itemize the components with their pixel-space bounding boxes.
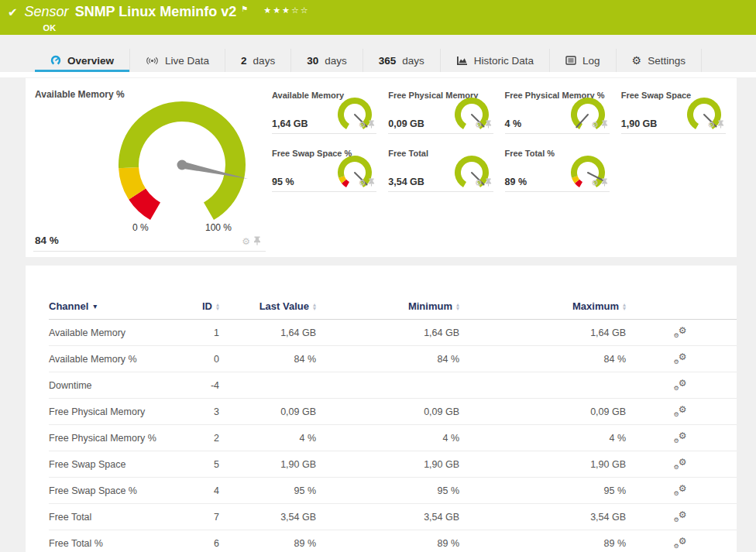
channel-name: Free Swap Space — [49, 459, 200, 470]
last-value: 3,54 GB — [219, 512, 316, 523]
gauge-value: 0,09 GB — [388, 118, 424, 129]
channel-settings-icon[interactable]: ⚙⚙ — [674, 379, 687, 391]
channel-settings-icon[interactable]: ⚙⚙ — [674, 485, 687, 496]
gear-icon[interactable]: ⚙ — [475, 179, 483, 187]
table-row[interactable]: Available Memory % 0 84 % 84 % 84 % ⚙⚙ — [49, 346, 737, 372]
channel-id: 5 — [200, 459, 219, 470]
tab-label: Historic Data — [474, 55, 534, 67]
gauge-value: 4 % — [505, 118, 522, 129]
maximum-value: 1,64 GB — [459, 327, 626, 338]
channel-name: Downtime — [49, 380, 200, 391]
pin-icon[interactable] — [601, 176, 608, 190]
gauge-value: 89 % — [505, 177, 527, 187]
pin-icon[interactable] — [601, 118, 608, 132]
last-value: 89 % — [219, 538, 316, 549]
channel-settings-icon[interactable]: ⚙⚙ — [674, 432, 687, 444]
channel-id: 7 — [200, 512, 219, 523]
channel-settings-icon[interactable]: ⚙⚙ — [674, 327, 687, 338]
gear-icon[interactable]: ⚙ — [591, 121, 599, 129]
sort-desc-icon: ▾ — [93, 302, 97, 310]
gear-icon[interactable]: ⚙ — [242, 237, 250, 246]
channel-id: 6 — [200, 538, 219, 549]
tab-overview[interactable]: Overview — [35, 49, 130, 72]
last-value: 84 % — [219, 354, 316, 365]
gauges-panel: Available Memory % 0 % 100 % 84 % ⚙ Avai… — [26, 78, 737, 257]
table-row[interactable]: Available Memory 1 1,64 GB 1,64 GB 1,64 … — [49, 320, 737, 346]
channel-settings-icon[interactable]: ⚙⚙ — [674, 458, 687, 470]
tab-number: 30 — [307, 55, 318, 67]
column-header-minimum[interactable]: Minimum▴▾ — [316, 300, 459, 312]
maximum-value: 1,90 GB — [459, 459, 626, 470]
channel-name: Free Total % — [49, 538, 200, 549]
minimum-value: 4 % — [316, 433, 459, 444]
maximum-value: 4 % — [459, 433, 626, 444]
gear-icon[interactable]: ⚙ — [358, 179, 366, 187]
channel-id: 1 — [200, 327, 219, 338]
gear-icon[interactable]: ⚙ — [707, 121, 715, 129]
channel-name: Free Total — [49, 512, 200, 523]
tab-number: 2 — [241, 55, 247, 67]
gauge-scale-max: 100 % — [205, 222, 232, 233]
tab-historic-data[interactable]: Historic Data — [441, 49, 550, 72]
channel-settings-icon[interactable]: ⚙⚙ — [674, 537, 687, 549]
last-value: 4 % — [219, 433, 316, 444]
tab-label: Log — [582, 55, 600, 67]
small-gauge-cell: Free Physical Memory 0,09 GB ⚙ — [388, 89, 493, 134]
tab-365-days[interactable]: 365 days — [363, 49, 441, 72]
log-list-icon — [565, 56, 576, 65]
pin-icon[interactable] — [253, 235, 261, 249]
gauge-scale-min: 0 % — [132, 222, 149, 233]
pin-icon[interactable] — [368, 176, 375, 190]
gear-icon: ⚙ — [632, 55, 642, 66]
table-row[interactable]: Downtime -4 ⚙⚙ — [49, 372, 737, 399]
small-gauge-cell: Free Swap Space 1,90 GB ⚙ — [621, 89, 726, 134]
channel-name: Free Physical Memory % — [49, 433, 200, 444]
tabbar-divider — [0, 72, 756, 77]
tab-live-data[interactable]: Live Data — [130, 49, 225, 72]
status-badge: OK — [43, 23, 310, 33]
table-row[interactable]: Free Physical Memory 3 0,09 GB 0,09 GB 0… — [49, 399, 737, 425]
priority-stars[interactable]: ★★★☆☆ — [263, 2, 309, 19]
tab-log[interactable]: Log — [550, 49, 617, 72]
last-value: 95 % — [219, 485, 316, 496]
channel-name: Free Swap Space % — [49, 485, 200, 496]
tab-settings[interactable]: ⚙ Settings — [617, 49, 702, 72]
primary-gauge — [105, 91, 259, 235]
maximum-value: 84 % — [459, 354, 626, 365]
column-header-id[interactable]: ID▴▾ — [200, 300, 219, 312]
column-header-last-value[interactable]: Last Value▴▾ — [219, 300, 316, 312]
gear-icon[interactable]: ⚙ — [475, 121, 483, 129]
last-value: 1,90 GB — [219, 459, 316, 470]
pin-icon[interactable] — [717, 118, 724, 132]
tab-30-days[interactable]: 30 days — [291, 49, 363, 72]
channel-name: Available Memory % — [49, 354, 200, 365]
channel-settings-icon[interactable]: ⚙⚙ — [674, 511, 687, 523]
small-gauge-cell: Available Memory 1,64 GB ⚙ — [272, 89, 376, 134]
gear-icon[interactable]: ⚙ — [358, 121, 366, 129]
column-header-maximum[interactable]: Maximum▴▾ — [459, 300, 626, 312]
pin-icon[interactable] — [485, 118, 492, 132]
small-gauge-cell: Free Swap Space % 95 % ⚙ — [272, 147, 376, 192]
pin-icon[interactable] — [485, 176, 492, 190]
object-kind-label: Sensor — [25, 3, 69, 20]
gauge-value: 95 % — [272, 177, 294, 187]
tab-number: 365 — [379, 55, 397, 67]
minimum-value: 84 % — [316, 354, 459, 365]
table-row[interactable]: Free Total 7 3,54 GB 3,54 GB 3,54 GB ⚙⚙ — [49, 504, 737, 530]
page-title: SNMP Linux Meminfo v2 — [75, 3, 237, 20]
tab-label: Live Data — [165, 55, 209, 67]
pin-icon[interactable] — [368, 118, 375, 132]
table-row[interactable]: Free Swap Space 5 1,90 GB 1,90 GB 1,90 G… — [49, 451, 737, 478]
gear-icon[interactable]: ⚙ — [591, 179, 599, 187]
table-row[interactable]: Free Swap Space % 4 95 % 95 % 95 % ⚙⚙ — [49, 478, 737, 504]
table-row[interactable]: Free Physical Memory % 2 4 % 4 % 4 % ⚙⚙ — [49, 425, 737, 451]
flag-icon: ⚑ — [241, 1, 248, 18]
channel-settings-icon[interactable]: ⚙⚙ — [674, 406, 687, 417]
channel-id: 2 — [200, 433, 219, 444]
tab-2-days[interactable]: 2 days — [225, 49, 291, 72]
channel-id: 4 — [200, 485, 219, 496]
channel-settings-icon[interactable]: ⚙⚙ — [674, 353, 687, 365]
column-header-channel[interactable]: Channel▾ — [49, 300, 200, 312]
channel-name: Available Memory — [49, 327, 200, 338]
table-row[interactable]: Free Total % 6 89 % 89 % 89 % ⚙⚙ — [49, 530, 737, 552]
